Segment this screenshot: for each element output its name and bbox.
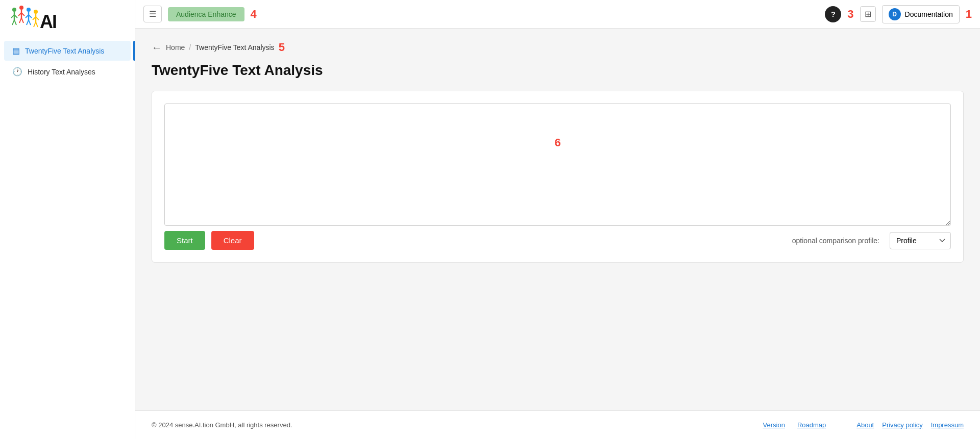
start-button[interactable]: Start — [164, 231, 205, 250]
about-link[interactable]: About — [856, 421, 874, 429]
help-button[interactable]: ? — [825, 6, 841, 22]
topbar-right: ? 3 ⊞ D Documentation 1 — [825, 5, 972, 23]
breadcrumb: ← Home / TwentyFive Text Analysis 5 — [152, 41, 964, 54]
hamburger-icon: ☰ — [149, 10, 156, 18]
breadcrumb-separator: / — [189, 43, 191, 51]
text-analysis-icon: ▤ — [12, 46, 20, 56]
breadcrumb-home: Home — [166, 43, 185, 51]
svg-point-6 — [19, 6, 23, 10]
sidebar-navigation: ▤ TwentyFive Text Analysis 🕐 History Tex… — [0, 36, 135, 439]
svg-line-4 — [12, 20, 14, 25]
svg-line-11 — [21, 18, 23, 23]
sidebar-item-text-analysis-label: TwentyFive Text Analysis — [25, 47, 104, 55]
content-area: ← Home / TwentyFive Text Analysis 5 Twen… — [135, 29, 980, 410]
profile-select[interactable]: Profile — [890, 232, 951, 249]
svg-point-18 — [34, 10, 38, 14]
svg-text:AI: AI — [40, 11, 56, 32]
sidebar-item-history[interactable]: 🕐 History Text Analyses — [4, 62, 131, 82]
menu-toggle-button[interactable]: ☰ — [143, 6, 162, 22]
history-icon: 🕐 — [12, 67, 22, 76]
avatar: D — [889, 8, 901, 20]
svg-line-23 — [36, 22, 38, 27]
annotation-3: 3 — [847, 8, 853, 21]
analysis-card: 6 Start Clear optional comparison profil… — [152, 91, 964, 263]
question-icon: ? — [831, 10, 836, 18]
annotation-4: 4 — [251, 8, 257, 21]
screenshot-button[interactable]: ⊞ — [860, 6, 876, 22]
copyright: © 2024 sense.AI.tion GmbH, all rights re… — [152, 421, 763, 429]
topbar: ☰ Audienca Enhance 4 ? 3 ⊞ D Documentati… — [135, 0, 980, 29]
sidebar: AI ▤ TwentyFive Text Analysis 🕐 History … — [0, 0, 135, 439]
sidebar-item-text-analysis[interactable]: ▤ TwentyFive Text Analysis — [4, 41, 131, 61]
breadcrumb-current: TwentyFive Text Analysis — [195, 43, 274, 51]
screenshot-icon: ⊞ — [865, 10, 871, 18]
user-account-button[interactable]: D Documentation — [882, 5, 960, 23]
annotation-1: 1 — [966, 8, 972, 21]
sidebar-item-history-label: History Text Analyses — [28, 68, 95, 76]
svg-point-0 — [12, 8, 16, 12]
privacy-link[interactable]: Privacy policy — [882, 421, 922, 429]
svg-line-17 — [29, 20, 31, 25]
user-label: Documentation — [905, 10, 953, 18]
footer: © 2024 sense.AI.tion GmbH, all rights re… — [135, 410, 980, 439]
action-bar: Start Clear optional comparison profile:… — [164, 231, 951, 250]
version-link[interactable]: Version — [763, 421, 785, 429]
svg-line-5 — [14, 20, 16, 25]
text-input[interactable] — [164, 104, 951, 226]
back-button[interactable]: ← — [152, 42, 162, 53]
comparison-label: optional comparison profile: — [792, 237, 879, 245]
impressum-link[interactable]: Impressum — [931, 421, 964, 429]
roadmap-link[interactable]: Roadmap — [797, 421, 826, 429]
svg-line-22 — [34, 22, 36, 27]
svg-line-10 — [19, 18, 21, 23]
logo-area: AI — [0, 0, 135, 36]
svg-line-16 — [27, 20, 29, 25]
app-logo: AI — [8, 3, 75, 33]
product-name: Audienca Enhance — [168, 7, 244, 21]
footer-center-links: Version Roadmap — [763, 421, 826, 429]
svg-point-12 — [27, 8, 31, 12]
footer-right-links: About Privacy policy Impressum — [856, 421, 964, 429]
main-content: ☰ Audienca Enhance 4 ? 3 ⊞ D Documentati… — [135, 0, 980, 439]
clear-button[interactable]: Clear — [211, 231, 254, 250]
page-title: TwentyFive Text Analysis — [152, 62, 964, 79]
annotation-5: 5 — [279, 41, 285, 54]
